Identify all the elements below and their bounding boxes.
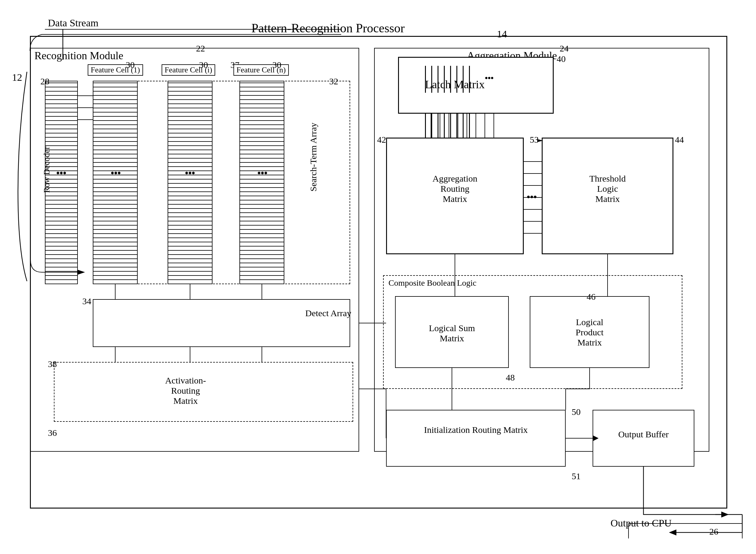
ref-32: 32 [329, 76, 338, 87]
ref-40: 40 [557, 54, 566, 64]
logical-sum-label: Logical SumMatrix [407, 323, 497, 343]
detect-array-label: Detect Array [305, 308, 351, 318]
ref-30-1: 30 [126, 60, 135, 70]
ref-24: 24 [560, 43, 569, 54]
row-decoder-label: Row Decoder [42, 147, 51, 193]
ref-46: 46 [587, 292, 596, 302]
row-decoder-dots: ••• [56, 168, 66, 179]
activation-routing-label: Activation-RoutingMatrix [141, 375, 231, 406]
output-cpu-label: Output to CPU [611, 517, 671, 529]
connector-lines [425, 114, 470, 137]
ref-50: 50 [572, 407, 581, 417]
detect-array-box [93, 299, 350, 347]
recognition-module-title: Recognition Module [35, 49, 123, 62]
ref-42: 42 [377, 134, 386, 145]
main-title: Pattern-Recognition Processor [251, 21, 405, 35]
ref-53: 53 [530, 134, 539, 145]
latch-lines [425, 66, 470, 93]
ref-51: 51 [572, 471, 581, 481]
logical-product-label: LogicalProductMatrix [536, 317, 644, 348]
ref-36: 36 [48, 428, 57, 438]
ref-22: 22 [196, 43, 205, 54]
composite-bool-label: Composite Boolean Logic [389, 278, 476, 288]
ref-44: 44 [675, 134, 684, 145]
diagram-container: Data Stream 14 12 Pattern-Recognition Pr… [12, 12, 742, 536]
latch-dots: ••• [485, 73, 494, 83]
ref-48: 48 [506, 373, 515, 383]
ref-12: 12 [12, 72, 22, 83]
arm-dots: ••• [527, 191, 537, 203]
ref-30-n: 30 [272, 60, 281, 70]
svg-marker-33 [721, 511, 729, 517]
ref-28: 28 [40, 76, 49, 87]
aggregation-routing-label: AggregationRoutingMatrix [398, 173, 512, 204]
ref-26: 26 [709, 527, 718, 537]
data-stream-label: Data Stream [48, 17, 98, 29]
search-term-label: Search-Term Array [308, 123, 318, 191]
svg-marker-42 [669, 530, 676, 536]
init-routing-label: Initialization Routing Matrix [395, 425, 557, 435]
ref-34: 34 [82, 296, 91, 306]
output-buffer-label: Output Buffer [602, 429, 686, 439]
ref-30-i: 30 [199, 60, 208, 70]
ref-38: 38 [48, 359, 57, 369]
threshold-logic-label: ThresholdLogicMatrix [548, 173, 667, 204]
init-routing-box [386, 410, 566, 467]
